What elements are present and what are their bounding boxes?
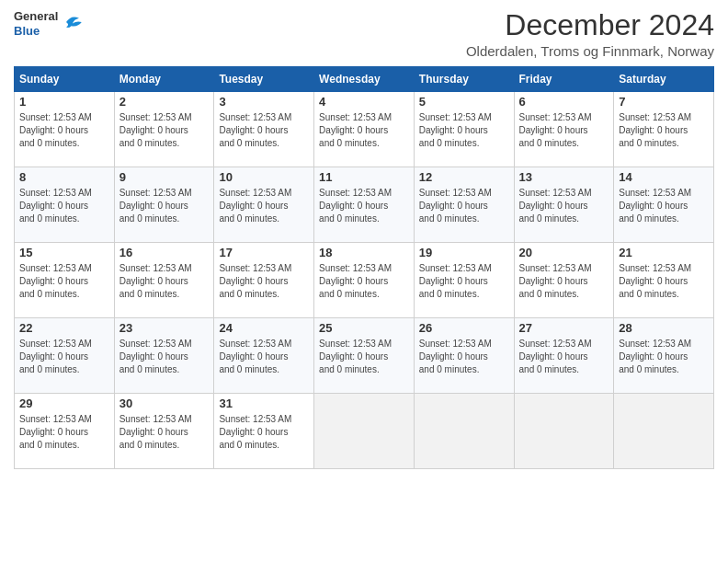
calendar-cell: 29Sunset: 12:53 AM Daylight: 0 hours and…	[15, 394, 115, 469]
day-number: 17	[219, 246, 309, 259]
title-block: December 2024 Olderdalen, Troms og Finnm…	[466, 9, 714, 59]
calendar-cell: 2Sunset: 12:53 AM Daylight: 0 hours and …	[114, 92, 214, 167]
day-info: Sunset: 12:53 AM Daylight: 0 hours and 0…	[119, 338, 210, 376]
calendar-cell: 13Sunset: 12:53 AM Daylight: 0 hours and…	[514, 167, 614, 243]
page: General Blue December 2024 Olderdalen, T…	[0, 0, 728, 563]
day-number: 14	[619, 170, 709, 184]
day-info: Sunset: 12:53 AM Daylight: 0 hours and 0…	[619, 187, 709, 225]
calendar-cell: 3Sunset: 12:53 AM Daylight: 0 hours and …	[214, 92, 314, 167]
calendar-header-friday: Friday	[514, 67, 614, 92]
calendar-cell: 17Sunset: 12:53 AM Daylight: 0 hours and…	[214, 243, 314, 318]
day-info: Sunset: 12:53 AM Daylight: 0 hours and 0…	[219, 338, 309, 376]
calendar-week-5: 29Sunset: 12:53 AM Daylight: 0 hours and…	[15, 394, 714, 469]
day-number: 19	[419, 246, 509, 259]
day-info: Sunset: 12:53 AM Daylight: 0 hours and 0…	[219, 262, 309, 301]
calendar-header-thursday: Thursday	[414, 67, 514, 92]
day-info: Sunset: 12:53 AM Daylight: 0 hours and 0…	[419, 338, 509, 376]
day-number: 25	[319, 321, 409, 335]
day-number: 15	[19, 246, 109, 259]
day-number: 3	[219, 95, 309, 109]
calendar-cell: 22Sunset: 12:53 AM Daylight: 0 hours and…	[15, 318, 115, 394]
day-number: 2	[119, 95, 210, 109]
calendar-cell: 6Sunset: 12:53 AM Daylight: 0 hours and …	[514, 92, 614, 167]
calendar-week-1: 1Sunset: 12:53 AM Daylight: 0 hours and …	[15, 92, 714, 167]
calendar-week-4: 22Sunset: 12:53 AM Daylight: 0 hours and…	[15, 318, 714, 394]
day-info: Sunset: 12:53 AM Daylight: 0 hours and 0…	[119, 262, 210, 301]
calendar-cell: 26Sunset: 12:53 AM Daylight: 0 hours and…	[414, 318, 514, 394]
day-number: 26	[419, 321, 509, 335]
logo: General Blue	[14, 9, 85, 38]
calendar-cell	[414, 394, 514, 469]
day-number: 16	[119, 246, 210, 259]
day-info: Sunset: 12:53 AM Daylight: 0 hours and 0…	[319, 338, 409, 376]
calendar-cell: 4Sunset: 12:53 AM Daylight: 0 hours and …	[314, 92, 415, 167]
calendar-cell: 20Sunset: 12:53 AM Daylight: 0 hours and…	[514, 243, 614, 318]
day-info: Sunset: 12:53 AM Daylight: 0 hours and 0…	[319, 111, 409, 150]
calendar-cell: 21Sunset: 12:53 AM Daylight: 0 hours and…	[614, 243, 714, 318]
day-number: 7	[619, 95, 709, 109]
day-number: 22	[19, 321, 109, 335]
calendar-week-3: 15Sunset: 12:53 AM Daylight: 0 hours and…	[15, 243, 714, 318]
calendar-cell: 31Sunset: 12:53 AM Daylight: 0 hours and…	[214, 394, 314, 469]
calendar-cell: 27Sunset: 12:53 AM Daylight: 0 hours and…	[514, 318, 614, 394]
day-info: Sunset: 12:53 AM Daylight: 0 hours and 0…	[119, 187, 210, 225]
day-info: Sunset: 12:53 AM Daylight: 0 hours and 0…	[119, 111, 210, 150]
day-number: 1	[19, 95, 109, 109]
day-number: 23	[119, 321, 210, 335]
day-info: Sunset: 12:53 AM Daylight: 0 hours and 0…	[519, 338, 609, 376]
day-info: Sunset: 12:53 AM Daylight: 0 hours and 0…	[419, 111, 509, 150]
day-number: 13	[519, 170, 609, 184]
header: General Blue December 2024 Olderdalen, T…	[14, 9, 714, 59]
day-info: Sunset: 12:53 AM Daylight: 0 hours and 0…	[19, 338, 109, 376]
day-info: Sunset: 12:53 AM Daylight: 0 hours and 0…	[519, 262, 609, 301]
calendar-cell: 12Sunset: 12:53 AM Daylight: 0 hours and…	[414, 167, 514, 243]
day-number: 6	[519, 95, 609, 109]
day-number: 9	[119, 170, 210, 184]
calendar-header-wednesday: Wednesday	[314, 67, 415, 92]
day-number: 8	[19, 170, 109, 184]
day-info: Sunset: 12:53 AM Daylight: 0 hours and 0…	[519, 111, 609, 150]
calendar-cell	[314, 394, 415, 469]
calendar-cell: 7Sunset: 12:53 AM Daylight: 0 hours and …	[614, 92, 714, 167]
day-info: Sunset: 12:53 AM Daylight: 0 hours and 0…	[619, 262, 709, 301]
day-number: 11	[319, 170, 409, 184]
month-title: December 2024	[466, 9, 714, 41]
day-info: Sunset: 12:53 AM Daylight: 0 hours and 0…	[619, 338, 709, 376]
calendar-header-row: SundayMondayTuesdayWednesdayThursdayFrid…	[15, 67, 714, 92]
day-number: 18	[319, 246, 409, 259]
calendar-cell: 9Sunset: 12:53 AM Daylight: 0 hours and …	[114, 167, 214, 243]
day-info: Sunset: 12:53 AM Daylight: 0 hours and 0…	[519, 187, 609, 225]
day-number: 5	[419, 95, 509, 109]
day-number: 21	[619, 246, 709, 259]
day-number: 24	[219, 321, 309, 335]
day-info: Sunset: 12:53 AM Daylight: 0 hours and 0…	[319, 187, 409, 225]
calendar-cell: 15Sunset: 12:53 AM Daylight: 0 hours and…	[15, 243, 115, 318]
calendar-cell: 23Sunset: 12:53 AM Daylight: 0 hours and…	[114, 318, 214, 394]
day-info: Sunset: 12:53 AM Daylight: 0 hours and 0…	[19, 187, 109, 225]
day-info: Sunset: 12:53 AM Daylight: 0 hours and 0…	[19, 413, 109, 452]
day-info: Sunset: 12:53 AM Daylight: 0 hours and 0…	[419, 262, 509, 301]
day-number: 12	[419, 170, 509, 184]
calendar-cell: 24Sunset: 12:53 AM Daylight: 0 hours and…	[214, 318, 314, 394]
day-number: 27	[519, 321, 609, 335]
calendar-cell: 30Sunset: 12:53 AM Daylight: 0 hours and…	[114, 394, 214, 469]
calendar-cell: 28Sunset: 12:53 AM Daylight: 0 hours and…	[614, 318, 714, 394]
logo-blue: Blue	[14, 24, 58, 39]
day-number: 4	[319, 95, 409, 109]
calendar-cell: 14Sunset: 12:53 AM Daylight: 0 hours and…	[614, 167, 714, 243]
calendar-header-monday: Monday	[114, 67, 214, 92]
calendar-cell	[614, 394, 714, 469]
day-number: 31	[219, 396, 309, 410]
calendar-cell: 1Sunset: 12:53 AM Daylight: 0 hours and …	[15, 92, 115, 167]
calendar-cell	[514, 394, 614, 469]
calendar-cell: 10Sunset: 12:53 AM Daylight: 0 hours and…	[214, 167, 314, 243]
logo-text: General Blue	[14, 9, 58, 38]
day-info: Sunset: 12:53 AM Daylight: 0 hours and 0…	[619, 111, 709, 150]
day-info: Sunset: 12:53 AM Daylight: 0 hours and 0…	[319, 262, 409, 301]
calendar-cell: 16Sunset: 12:53 AM Daylight: 0 hours and…	[114, 243, 214, 318]
calendar-cell: 11Sunset: 12:53 AM Daylight: 0 hours and…	[314, 167, 415, 243]
day-info: Sunset: 12:53 AM Daylight: 0 hours and 0…	[19, 262, 109, 301]
calendar-cell: 18Sunset: 12:53 AM Daylight: 0 hours and…	[314, 243, 415, 318]
calendar-header-tuesday: Tuesday	[214, 67, 314, 92]
day-info: Sunset: 12:53 AM Daylight: 0 hours and 0…	[19, 111, 109, 150]
